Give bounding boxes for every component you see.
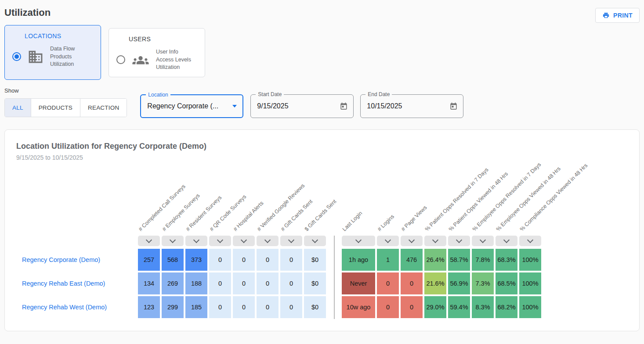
- calendar-icon[interactable]: [340, 102, 348, 111]
- sort-button[interactable]: [377, 236, 399, 246]
- table-cell: 21.6%: [424, 272, 446, 294]
- table-cell: 0: [280, 272, 302, 294]
- sort-button[interactable]: [138, 236, 160, 246]
- locations-card[interactable]: LOCATIONS Data Flow Products Utilization: [4, 25, 101, 80]
- sort-button[interactable]: [257, 236, 279, 246]
- table-cell: 68.5%: [496, 272, 517, 294]
- table-cell: 0: [209, 249, 231, 271]
- table-cell: 257: [138, 249, 160, 271]
- table-cell: 1: [377, 249, 399, 271]
- table-cell: 0: [280, 296, 302, 318]
- table-cell: 0: [257, 272, 279, 294]
- tab-reaction[interactable]: REACTION: [80, 99, 127, 117]
- location-select[interactable]: Location Regency Corporate (...: [140, 94, 243, 118]
- table-cell: 269: [162, 272, 184, 294]
- table-cell: 299: [162, 296, 184, 318]
- column-header: # Logins: [376, 213, 396, 233]
- row-label-link[interactable]: Regency Rehab West (Demo): [22, 296, 107, 318]
- sort-button[interactable]: [185, 236, 207, 246]
- utilization-report-card: Location Utilization for Regency Corpora…: [4, 129, 640, 331]
- table-cell: Never: [342, 272, 375, 294]
- sort-button[interactable]: [209, 236, 231, 246]
- chevron-down-icon: [312, 237, 318, 243]
- start-date-field[interactable]: Start Date 9/15/2025: [250, 94, 354, 118]
- dropdown-arrow-icon: [232, 105, 237, 108]
- table-group-divider: [334, 236, 335, 319]
- table-cell: 476: [401, 249, 423, 271]
- table-cell: 0: [233, 296, 255, 318]
- page-title: Utilization: [4, 7, 640, 18]
- table-cell: 0: [233, 272, 255, 294]
- end-date-label: End Date: [365, 91, 392, 97]
- table-cell: 0: [257, 249, 279, 271]
- table-cell: 0: [257, 296, 279, 318]
- sort-button[interactable]: [519, 236, 541, 246]
- chevron-down-icon: [432, 237, 438, 243]
- sort-button[interactable]: [496, 236, 517, 246]
- building-icon: [27, 49, 44, 65]
- row-label-link[interactable]: Regency Corporate (Demo): [22, 249, 100, 271]
- sort-button[interactable]: [233, 236, 255, 246]
- sort-button[interactable]: [424, 236, 446, 246]
- table-cell: 7.8%: [472, 249, 494, 271]
- tab-products[interactable]: PRODUCTS: [31, 99, 80, 117]
- table-cell: 0: [209, 296, 231, 318]
- table-cell: 134: [138, 272, 160, 294]
- sort-button[interactable]: [162, 236, 184, 246]
- users-card-title: USERS: [129, 36, 205, 43]
- locations-card-title: LOCATIONS: [25, 32, 101, 39]
- table-cell: 56.9%: [448, 272, 470, 294]
- table-cell: 188: [185, 272, 207, 294]
- tab-all[interactable]: ALL: [5, 99, 31, 117]
- table-cell: 123: [138, 296, 160, 318]
- table-cell: 0: [377, 296, 399, 318]
- table-cell: 0: [401, 272, 423, 294]
- table-cell: 0: [233, 249, 255, 271]
- chevron-down-icon: [146, 237, 152, 243]
- table-cell: 7.3%: [472, 272, 494, 294]
- locations-card-line: Products: [50, 53, 75, 61]
- table-cell: $0: [304, 296, 326, 318]
- table-cell: 0: [401, 296, 423, 318]
- locations-radio[interactable]: [12, 52, 21, 61]
- table-cell: 373: [185, 249, 207, 271]
- chevron-down-icon: [385, 237, 391, 243]
- users-radio[interactable]: [116, 55, 125, 64]
- report-title: Location Utilization for Regency Corpora…: [16, 142, 628, 151]
- users-card[interactable]: USERS User Info Access Levels Utilizatio…: [109, 28, 205, 77]
- location-select-value: Regency Corporate (...: [141, 102, 218, 110]
- calendar-icon[interactable]: [449, 102, 458, 111]
- table-cell: 568: [162, 249, 184, 271]
- table-cell: 8.3%: [472, 296, 494, 318]
- table-cell: 0: [377, 272, 399, 294]
- sort-button[interactable]: [401, 236, 423, 246]
- table-cell: 58.7%: [448, 249, 470, 271]
- sort-button[interactable]: [280, 236, 302, 246]
- print-button[interactable]: PRINT: [595, 8, 640, 23]
- table-cell: 185: [185, 296, 207, 318]
- sort-button[interactable]: [304, 236, 326, 246]
- row-label-link[interactable]: Regency Rehab East (Demo): [22, 272, 105, 294]
- table-cell: 26.4%: [424, 249, 446, 271]
- locations-card-line: Data Flow: [50, 45, 75, 53]
- filters-row: ALL PRODUCTS REACTION Location Regency C…: [4, 94, 644, 118]
- end-date-value: 10/15/2025: [361, 102, 402, 110]
- chevron-down-icon: [480, 237, 486, 243]
- chevron-down-icon: [217, 237, 223, 243]
- sort-button[interactable]: [472, 236, 494, 246]
- chevron-down-icon: [170, 237, 176, 243]
- start-date-value: 9/15/2025: [251, 102, 288, 110]
- sort-button[interactable]: [448, 236, 470, 246]
- top-bar: Utilization PRINT: [0, 0, 644, 18]
- table-cell: 0: [209, 272, 231, 294]
- users-card-line: Access Levels: [156, 56, 191, 64]
- sort-button[interactable]: [342, 236, 375, 246]
- chevron-down-icon: [527, 237, 533, 243]
- start-date-label: Start Date: [256, 91, 284, 97]
- table-cell: 68.3%: [496, 249, 517, 271]
- report-date-range: 9/15/2025 to 10/15/2025: [16, 154, 628, 161]
- end-date-field[interactable]: End Date 10/15/2025: [360, 94, 463, 118]
- table-cell: 29.0%: [424, 296, 446, 318]
- chevron-down-icon: [264, 237, 271, 243]
- table-cell: 10w ago: [342, 296, 375, 318]
